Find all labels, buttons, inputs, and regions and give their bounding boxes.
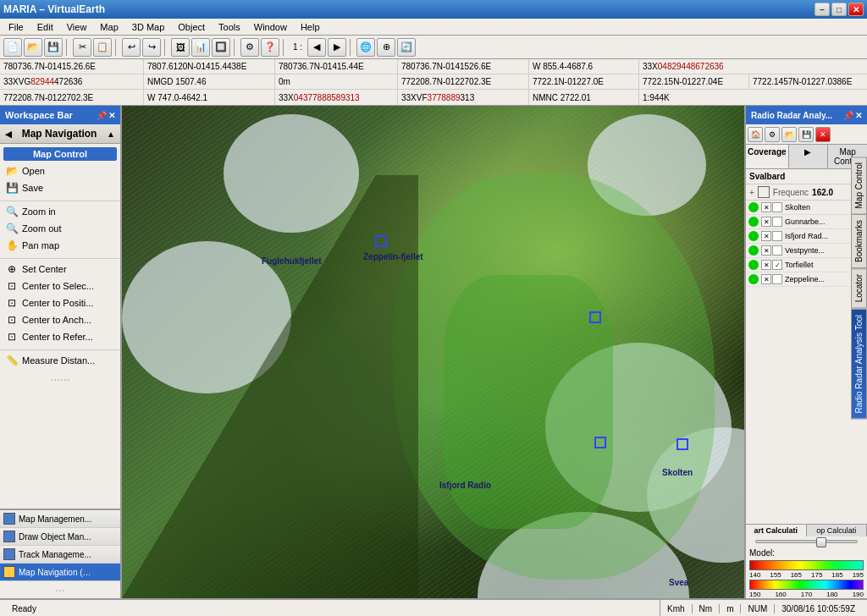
station-check-ok-skolten[interactable]	[772, 202, 782, 212]
toolbar-chart[interactable]: 📊	[191, 38, 210, 57]
menu-window[interactable]: Window	[247, 20, 294, 34]
ws-map-navigation[interactable]: Map Navigation (…	[0, 564, 120, 581]
menu-edit[interactable]: Edit	[30, 20, 60, 34]
workspace-close-icon[interactable]: ✕	[108, 111, 115, 120]
toolbar-zoom-next[interactable]: ▶	[328, 38, 346, 57]
toolbar-undo[interactable]: ↩	[122, 38, 141, 57]
station-checks-gunnarbe: ✕	[761, 217, 782, 227]
nav-set-center-label: Set Center	[22, 264, 67, 274]
toolbar-help[interactable]: ❓	[261, 38, 279, 57]
toolbar-redo[interactable]: ↪	[142, 38, 161, 57]
ws-map-management[interactable]: Map Managemen...	[0, 510, 120, 528]
nav-center-select[interactable]: ⊡ Center to Selec...	[0, 278, 120, 294]
rp-calc-tab-op[interactable]: op Calculati	[807, 525, 868, 536]
rp-slider[interactable]	[755, 540, 859, 543]
rp-settings-btn[interactable]: ⚙	[765, 127, 780, 142]
station-check-ok-torfiellet[interactable]: ✓	[772, 260, 782, 270]
rp-close-btn[interactable]: ✕	[815, 127, 831, 142]
right-panel-pin-icon[interactable]: 📌	[843, 111, 853, 120]
station-check-ok-gunnarbe[interactable]	[772, 217, 782, 227]
nav-save[interactable]: 💾 Save	[0, 179, 120, 196]
vtab-radio-radar[interactable]: Radio Radar Analysis Tool	[851, 309, 867, 420]
rp-freq-add[interactable]: +	[749, 188, 754, 197]
station-check-x-vestpynte[interactable]: ✕	[761, 245, 771, 256]
toolbar-new[interactable]: 📄	[3, 38, 22, 57]
station-check-ok-isfjord[interactable]	[772, 231, 782, 241]
nav-measure-label: Measure Distan...	[22, 355, 95, 366]
nav-center-posit[interactable]: ⊡ Center to Positi...	[0, 294, 120, 311]
label-fuglehuk: Fuglehukfjellet	[262, 256, 322, 266]
toolbar-target[interactable]: ⊕	[377, 38, 395, 57]
toolbar-save[interactable]: 💾	[44, 38, 63, 57]
menu-file[interactable]: File	[2, 20, 30, 34]
coord-2-3: 0m	[275, 74, 398, 89]
menu-tools[interactable]: Tools	[212, 20, 247, 34]
vtab-map-control[interactable]: Map Control	[851, 157, 867, 214]
rp-station-vestpynte: ✕ Vestpynte...	[746, 244, 867, 258]
rp-open-btn[interactable]: 📂	[781, 127, 797, 142]
nav-center-select-label: Center to Selec...	[22, 281, 94, 291]
workspace-pin-icon[interactable]: 📌	[97, 111, 107, 120]
right-panel-toolbar: 🏠 ⚙ 📂 💾 ✕	[746, 124, 867, 145]
toolbar-cut[interactable]: ✂	[73, 38, 91, 57]
station-check-ok-zeppeline[interactable]	[772, 274, 782, 284]
panel-collapse-up[interactable]: ▲	[107, 129, 115, 139]
ws-map-management-label: Map Managemen...	[19, 514, 91, 524]
maximize-button[interactable]: □	[831, 3, 847, 16]
rp-calc-tab-art[interactable]: art Calculati	[746, 525, 807, 536]
minimize-button[interactable]: –	[815, 3, 830, 16]
rp-slider-thumb[interactable]	[816, 537, 826, 547]
toolbar-zoom-prev[interactable]: ◀	[307, 38, 326, 57]
toolbar-open[interactable]: 📂	[24, 38, 42, 57]
right-panel-content[interactable]: Svalbard ▼ + Frequenc 162.0 ✕ Skolten	[746, 169, 867, 524]
rp-tab-arrow[interactable]: ▶	[789, 145, 829, 168]
map-area[interactable]: Fuglehukfjellet Zeppelin-fjellet Isfjord…	[122, 106, 744, 598]
vtab-locator[interactable]: Locator	[851, 268, 867, 308]
rp-freq-checkbox[interactable]	[758, 186, 770, 198]
toolbar-select[interactable]: 🔲	[212, 38, 230, 57]
coord-3-2: W 747.0-4642.1	[144, 90, 275, 105]
station-check-x-zeppeline[interactable]: ✕	[761, 274, 771, 284]
nav-zoom-in[interactable]: 🔍 Zoom in	[0, 203, 120, 220]
map-management-icon	[3, 513, 15, 525]
station-check-x-torfiellet[interactable]: ✕	[761, 260, 771, 270]
station-check-x-gunnarbe[interactable]: ✕	[761, 217, 771, 227]
station-check-x-isfjord[interactable]: ✕	[761, 231, 771, 241]
rp-slider-row	[746, 536, 867, 547]
rp-tab-coverage[interactable]: Coverage	[746, 145, 789, 168]
nav-center-anch[interactable]: ⊡ Center to Anch...	[0, 311, 120, 328]
toolbar-copy[interactable]: 📋	[93, 38, 112, 57]
toolbar-settings[interactable]: ⚙	[240, 38, 259, 57]
station-checks-vestpynte: ✕	[761, 245, 782, 256]
panel-collapse-left[interactable]: ◀	[5, 129, 12, 139]
rp-save-btn[interactable]: 💾	[798, 127, 814, 142]
nav-pan[interactable]: ✋ Pan map	[0, 237, 120, 254]
menu-view[interactable]: View	[60, 20, 94, 34]
menu-help[interactable]: Help	[294, 20, 327, 34]
nav-open[interactable]: 📂 Open	[0, 162, 120, 179]
nav-center-ref[interactable]: ⊡ Center to Refer...	[0, 328, 120, 345]
nav-zoom-out-label: Zoom out	[22, 223, 61, 234]
coord-row-2: 33XVG82944472636 NMGD 1507.46 0m 772208.…	[0, 74, 867, 90]
nav-measure[interactable]: 📏 Measure Distan...	[0, 352, 120, 369]
vtab-bookmarks[interactable]: Bookmarks	[851, 214, 867, 268]
right-panel-close-icon[interactable]: ✕	[855, 111, 862, 120]
label-svea: Svea	[669, 578, 688, 587]
toolbar-img[interactable]: 🖼	[171, 38, 190, 57]
menu-object[interactable]: Object	[171, 20, 212, 34]
station-check-x-skolten[interactable]: ✕	[761, 202, 771, 212]
nav-zoom-out[interactable]: 🔍 Zoom out	[0, 220, 120, 237]
ws-track-management[interactable]: Track Manageme...	[0, 546, 120, 564]
toolbar-globe[interactable]: 🌐	[356, 38, 375, 57]
nav-set-center[interactable]: ⊕ Set Center	[0, 261, 120, 278]
menu-map[interactable]: Map	[93, 20, 124, 34]
measure-icon: 📏	[5, 354, 19, 367]
station-check-ok-vestpynte[interactable]	[772, 245, 782, 256]
rp-home-btn[interactable]: 🏠	[748, 127, 763, 142]
close-button[interactable]: ✕	[848, 3, 864, 16]
menu-3dmap[interactable]: 3D Map	[125, 20, 172, 34]
toolbar-rotate[interactable]: 🔄	[397, 38, 416, 57]
map-control-title: Map Control	[3, 147, 117, 161]
ws-draw-object[interactable]: Draw Object Man...	[0, 528, 120, 546]
zoom-out-icon: 🔍	[5, 222, 19, 235]
